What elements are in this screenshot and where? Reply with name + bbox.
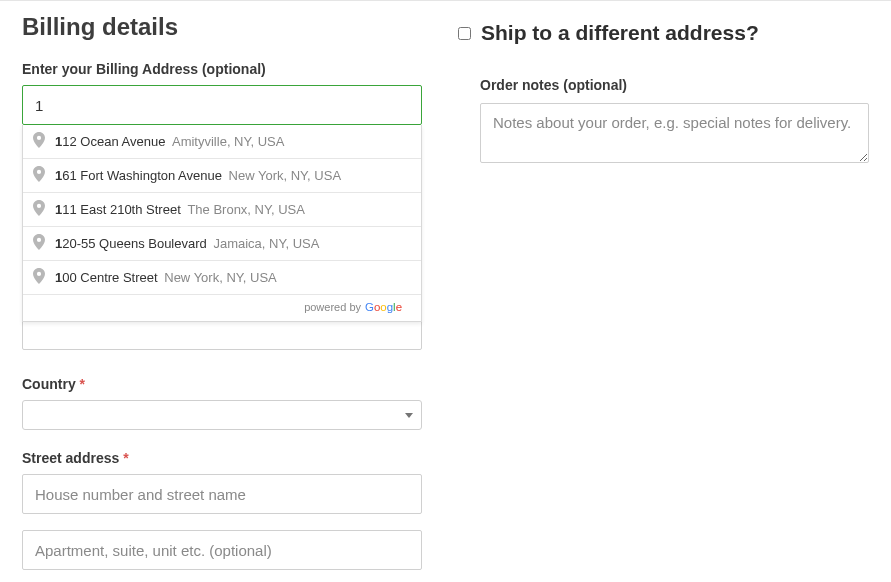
street-address-label: Street address * — [22, 450, 422, 466]
autocomplete-footer: powered by Google — [23, 295, 421, 321]
suggestion-main: 61 Fort Washington Avenue — [62, 168, 222, 183]
ship-different-label[interactable]: Ship to a different address? — [481, 21, 759, 45]
map-pin-icon — [33, 268, 45, 287]
country-select[interactable] — [22, 400, 422, 430]
autocomplete-item[interactable]: 120-55 Queens Boulevard Jamaica, NY, USA — [23, 227, 421, 261]
google-logo-icon: Google — [365, 299, 413, 315]
suggestion-main: 12 Ocean Avenue — [62, 134, 165, 149]
billing-details-title: Billing details — [22, 13, 422, 41]
map-pin-icon — [33, 132, 45, 151]
map-pin-icon — [33, 166, 45, 185]
suggestion-secondary: New York, NY, USA — [229, 168, 341, 183]
required-asterisk: * — [123, 450, 128, 466]
billing-address-label: Enter your Billing Address (optional) — [22, 61, 422, 77]
order-notes-label: Order notes (optional) — [480, 77, 869, 93]
suggestion-main: 00 Centre Street — [62, 270, 157, 285]
powered-by-text: powered by — [304, 301, 361, 313]
suggestion-secondary: The Bronx, NY, USA — [187, 202, 305, 217]
map-pin-icon — [33, 200, 45, 219]
suggestion-secondary: Jamaica, NY, USA — [213, 236, 319, 251]
required-asterisk: * — [80, 376, 85, 392]
ship-different-checkbox[interactable] — [458, 27, 471, 40]
autocomplete-item[interactable]: 112 Ocean Avenue Amityville, NY, USA — [23, 125, 421, 159]
order-notes-textarea[interactable] — [480, 103, 869, 163]
suggestion-main: 11 East 210th Street — [62, 202, 181, 217]
svg-text:Google: Google — [365, 301, 402, 313]
suggestion-secondary: New York, NY, USA — [164, 270, 276, 285]
suggestion-secondary: Amityville, NY, USA — [172, 134, 284, 149]
street-address-2-input[interactable] — [22, 530, 422, 570]
map-pin-icon — [33, 234, 45, 253]
street-address-input[interactable] — [22, 474, 422, 514]
suggestion-main: 20-55 Queens Boulevard — [62, 236, 207, 251]
autocomplete-item[interactable]: 100 Centre Street New York, NY, USA — [23, 261, 421, 295]
autocomplete-item[interactable]: 161 Fort Washington Avenue New York, NY,… — [23, 159, 421, 193]
country-label: Country * — [22, 376, 422, 392]
chevron-down-icon — [405, 413, 413, 418]
autocomplete-item[interactable]: 111 East 210th Street The Bronx, NY, USA — [23, 193, 421, 227]
billing-address-input[interactable] — [22, 85, 422, 125]
address-autocomplete-dropdown: 112 Ocean Avenue Amityville, NY, USA 161… — [22, 125, 422, 322]
